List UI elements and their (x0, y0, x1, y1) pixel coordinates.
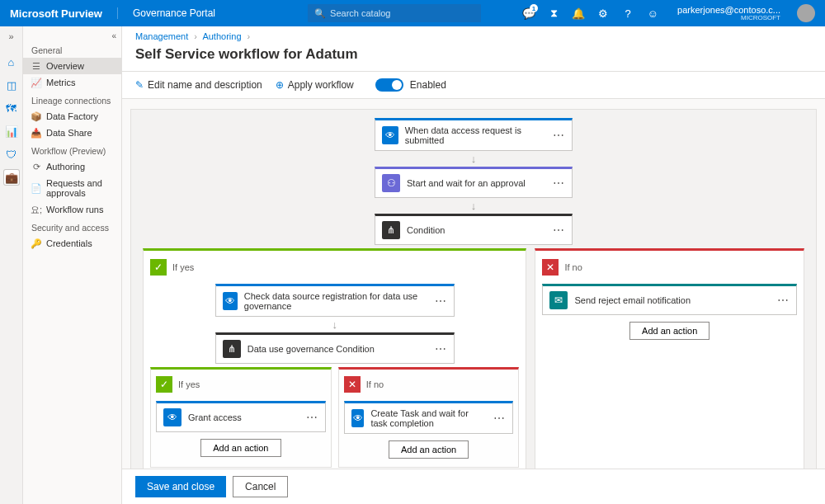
nav-runs-label: Workflow runs (46, 205, 103, 214)
nav-collapse-icon[interactable]: « (23, 31, 121, 40)
apply-workflow-label: Apply workflow (288, 79, 354, 91)
check-icon: ✓ (150, 259, 167, 276)
cancel-button[interactable]: Cancel (233, 476, 288, 497)
factory-icon: 📦 (31, 111, 41, 121)
nav-panel: « General ☰ Overview 📈 Metrics Lineage c… (23, 26, 122, 504)
nav-runs[interactable]: 요; Workflow runs (23, 201, 121, 218)
nav-metrics-label: Metrics (46, 78, 75, 87)
more-icon[interactable]: ⋯ (306, 411, 318, 424)
search-icon: 🔍 (314, 8, 326, 19)
eye-icon: 👁 (382, 126, 398, 144)
more-icon[interactable]: ⋯ (777, 294, 790, 307)
condition-card[interactable]: ⋔ Condition ⋯ (375, 214, 573, 245)
branch-icon: ⋔ (382, 221, 400, 239)
more-icon[interactable]: ⋯ (553, 129, 565, 142)
branch-no-header: ✕ If no (542, 259, 797, 276)
more-icon[interactable]: ⋯ (493, 412, 506, 425)
nav-authoring[interactable]: ⟳ Authoring (23, 158, 121, 175)
edit-name-button[interactable]: ✎ Edit name and description (135, 79, 262, 91)
settings-icon[interactable]: ⚙ (596, 7, 610, 20)
help-icon[interactable]: ? (621, 7, 634, 20)
rail-home-icon[interactable]: ⌂ (4, 54, 19, 69)
approval-card[interactable]: ⚇ Start and wait for an approval ⋯ (375, 167, 573, 198)
nav-authoring-label: Authoring (46, 162, 85, 172)
eye-icon: 👁 (223, 292, 238, 310)
add-action-button[interactable]: Add an action (629, 322, 710, 340)
avatar[interactable] (797, 4, 815, 22)
nav-data-share[interactable]: 📥 Data Share (23, 125, 121, 141)
more-icon[interactable]: ⋯ (553, 177, 565, 190)
crumb-authoring[interactable]: Authoring (202, 31, 241, 41)
more-icon[interactable]: ⋯ (435, 342, 447, 356)
more-icon[interactable]: ⋯ (553, 224, 565, 237)
branch-yes-header: ✓ If yes (150, 259, 519, 276)
search-placeholder: Search catalog (330, 8, 390, 18)
arrow-down-icon: ↓ (471, 200, 477, 212)
enabled-toggle-group: Enabled (375, 78, 446, 92)
save-button[interactable]: Save and close (135, 476, 226, 497)
add-action-button[interactable]: Add an action (200, 439, 280, 457)
nav-requests[interactable]: 📄 Requests and approvals (23, 175, 121, 201)
apply-workflow-button[interactable]: ⊕ Apply workflow (276, 79, 354, 91)
top-header: Microsoft Purview Governance Portal 🔍 Se… (0, 0, 825, 26)
portal-name: Governance Portal (117, 7, 215, 19)
notification-icon[interactable]: 💬1 (522, 7, 535, 20)
nav-credentials[interactable]: 🔑 Credentials (23, 235, 121, 252)
overview-icon: ☰ (31, 61, 41, 71)
nav-data-factory-label: Data Factory (46, 111, 98, 121)
header-icons: 💬1 ⧗ 🔔 ⚙ ? ☺ parkerjones@contoso.c... MI… (522, 4, 815, 22)
rail-management-icon[interactable]: 💼 (4, 170, 19, 185)
eye-icon: 👁 (163, 408, 182, 426)
create-task-card[interactable]: 👁 Create Task and wait for task completi… (344, 401, 514, 434)
nested-branch-yes: ✓ If yes 👁 Grant access ⋯ Add an action (150, 367, 332, 468)
send-reject-card[interactable]: ✉ Send reject email notification ⋯ (542, 284, 797, 315)
if-no-label: If no (564, 262, 582, 272)
edit-name-label: Edit name and description (148, 79, 262, 91)
metrics-icon: 📈 (31, 78, 41, 87)
brand-name: Microsoft Purview (10, 7, 102, 20)
rail-insights-icon[interactable]: 📊 (4, 124, 19, 139)
branch-if-no: ✕ If no ✉ Send reject email notification… (535, 248, 804, 469)
branch-if-yes: ✓ If yes 👁 Check data source registratio… (143, 248, 526, 469)
nav-overview-label: Overview (46, 61, 84, 71)
rail-sources-icon[interactable]: ◫ (4, 78, 19, 92)
nav-credentials-label: Credentials (46, 238, 92, 248)
diagnostic-icon[interactable]: ⧗ (547, 7, 560, 20)
user-label[interactable]: parkerjones@contoso.c... MICROSOFT (677, 5, 780, 22)
user-org: MICROSOFT (741, 15, 780, 22)
user-email: parkerjones@contoso.c... (677, 5, 780, 15)
enabled-toggle[interactable] (375, 78, 403, 92)
grant-access-card[interactable]: 👁 Grant access ⋯ (156, 401, 326, 432)
eye-icon: 👁 (351, 409, 365, 427)
governance-condition-card[interactable]: ⋔ Data use governance Condition ⋯ (215, 332, 455, 364)
nav-sec-security: Security and access (23, 218, 121, 235)
check-icon: ✓ (156, 376, 172, 393)
canvas-wrap: 👁 When data access request is submitted … (122, 99, 825, 469)
send-reject-label: Send reject email notification (574, 295, 691, 305)
search-input[interactable]: 🔍 Search catalog (308, 4, 481, 22)
arrow-down-icon: ↓ (332, 318, 337, 331)
bell-icon[interactable]: 🔔 (572, 7, 585, 20)
nav-requests-label: Requests and approvals (46, 178, 113, 198)
feedback-icon[interactable]: ☺ (646, 7, 659, 20)
enabled-label: Enabled (410, 79, 446, 91)
if-yes-label: If yes (172, 262, 194, 272)
notification-badge: 1 (530, 4, 538, 12)
check-registration-card[interactable]: 👁 Check data source registration for dat… (215, 284, 455, 317)
nested-if-yes-label: If yes (178, 379, 200, 389)
rail-policy-icon[interactable]: 🛡 (4, 147, 19, 162)
rail-expand-icon[interactable]: » (8, 31, 13, 41)
more-icon[interactable]: ⋯ (435, 294, 447, 308)
nav-overview[interactable]: ☰ Overview (23, 58, 121, 74)
nav-sec-general: General (23, 40, 121, 58)
add-action-button[interactable]: Add an action (389, 440, 469, 459)
credentials-icon: 🔑 (31, 238, 41, 248)
rail-map-icon[interactable]: 🗺 (4, 101, 19, 115)
crumb-management[interactable]: Management (135, 31, 188, 41)
chevron-right-icon: › (248, 31, 251, 41)
nav-metrics[interactable]: 📈 Metrics (23, 74, 121, 91)
trigger-card[interactable]: 👁 When data access request is submitted … (375, 118, 573, 151)
nav-sec-lineage: Lineage connections (23, 91, 121, 108)
nav-data-factory[interactable]: 📦 Data Factory (23, 108, 121, 125)
plus-circle-icon: ⊕ (276, 79, 284, 91)
